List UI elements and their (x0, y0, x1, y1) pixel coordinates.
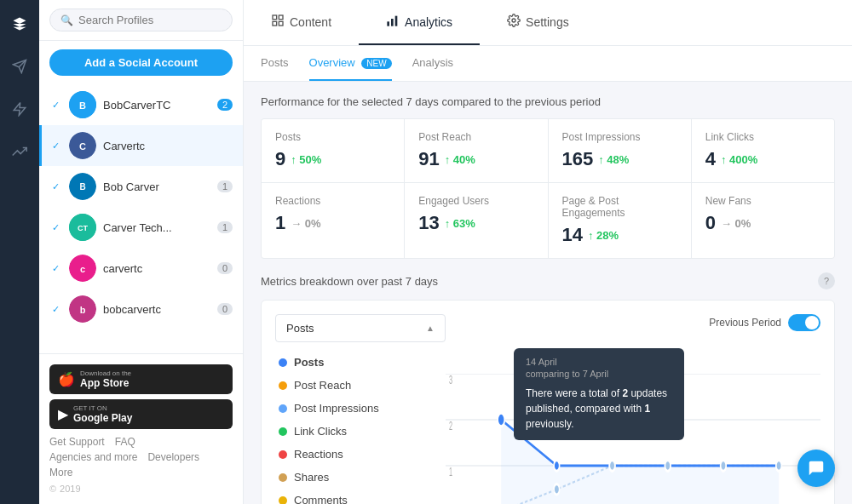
sub-tab-posts[interactable]: Posts (261, 46, 289, 81)
profile-badge (222, 145, 233, 146)
profile-name: BobCarverTC (103, 99, 210, 112)
data-point-prev (609, 461, 615, 471)
stat-change: → 0% (721, 217, 751, 230)
data-point (554, 461, 560, 471)
gear-icon (507, 14, 521, 30)
app-store-button[interactable]: 🍎 Download on the App Store (49, 364, 233, 394)
stat-label: Post Reach (418, 131, 533, 143)
stat-label: Link Clicks (705, 131, 820, 143)
profile-badge: 0 (217, 303, 233, 315)
data-point (498, 413, 504, 426)
search-box[interactable]: 🔍 (49, 9, 233, 32)
more-link[interactable]: More (49, 467, 72, 478)
stat-label: Reactions (275, 195, 390, 207)
lightning-icon[interactable] (6, 95, 33, 123)
svg-point-21 (512, 19, 515, 22)
get-support-link[interactable]: Get Support (49, 436, 105, 448)
layers-icon[interactable] (6, 10, 33, 37)
app-store-small-text: Download on the (80, 369, 131, 377)
stat-card-link-clicks: Link Clicks 4 ↑ 400% (692, 119, 834, 182)
stat-number: 9 (275, 148, 285, 170)
toggle-knob (805, 316, 819, 329)
faq-link[interactable]: FAQ (115, 436, 135, 448)
metric-option-label: Link Clicks (294, 425, 347, 438)
profile-badge: 2 (217, 99, 233, 111)
top-navigation: Content Analytics Settings (244, 0, 852, 46)
metrics-card: Posts ▲ Posts Post Reach (261, 300, 835, 504)
help-icon[interactable]: ? (818, 272, 835, 289)
stat-card-engaged-users: Engaged Users 13 ↑ 63% (405, 183, 547, 258)
metric-option-posts[interactable]: Posts (275, 351, 446, 374)
toggle-switch[interactable] (788, 314, 820, 331)
stat-number: 165 (562, 148, 594, 170)
check-icon: ✓ (52, 140, 62, 152)
svg-text:1: 1 (449, 466, 452, 478)
metric-option-label: Comments (294, 494, 348, 504)
main-content: Content Analytics Settings Posts Overvie… (244, 0, 852, 504)
dropdown-label: Posts (286, 322, 314, 335)
profile-item[interactable]: ✓ B BobCarverTC 2 (39, 84, 243, 125)
metric-option-comments[interactable]: Comments (275, 489, 446, 504)
metric-option-label: Shares (294, 471, 329, 484)
data-point-prev (776, 461, 782, 471)
profile-item[interactable]: ✓ C Carvertc (39, 125, 243, 166)
stat-card-new-fans: New Fans 0 → 0% (692, 183, 834, 258)
search-input[interactable] (78, 14, 222, 26)
sub-tab-analysis[interactable]: Analysis (412, 46, 453, 81)
stat-number: 4 (705, 148, 716, 170)
metrics-dropdown[interactable]: Posts ▲ (275, 314, 446, 342)
check-icon: ✓ (52, 181, 62, 192)
tab-settings[interactable]: Settings (480, 0, 596, 45)
trend-icon[interactable] (6, 138, 33, 165)
svg-rect-19 (391, 19, 394, 26)
add-social-account-button[interactable]: Add a Social Account (49, 49, 233, 76)
paper-plane-icon[interactable] (6, 53, 33, 80)
metric-option-reactions[interactable]: Reactions (275, 443, 446, 466)
google-play-button[interactable]: ▶ GET IT ON Google Play (49, 399, 233, 429)
chat-button[interactable] (797, 450, 835, 487)
previous-period-label: Previous Period (709, 317, 781, 329)
stat-change: ↑ 48% (598, 153, 629, 166)
tab-content-label: Content (290, 15, 331, 29)
metric-dot (279, 427, 287, 436)
data-point-prev (554, 484, 560, 495)
stat-label: Engaged Users (418, 195, 533, 207)
stat-value: 91 ↑ 40% (418, 148, 533, 170)
stat-change: ↑ 40% (445, 153, 475, 166)
svg-text:B: B (79, 100, 86, 111)
agencies-link[interactable]: Agencies and more (49, 451, 137, 463)
check-icon: ✓ (52, 263, 62, 274)
new-badge: NEW (361, 58, 391, 69)
tooltip-highlight-1: 2 (622, 387, 628, 399)
tab-content[interactable]: Content (244, 0, 359, 45)
avatar: B (69, 173, 96, 200)
avatar: c (69, 255, 96, 282)
metric-option-label: Post Reach (294, 379, 351, 392)
chart-tooltip: 14 April comparing to 7 April There were… (514, 348, 684, 440)
stat-value: 14 ↑ 28% (562, 224, 677, 246)
metric-option-post-reach[interactable]: Post Reach (275, 374, 446, 397)
metric-option-link-clicks[interactable]: Link Clicks (275, 420, 446, 443)
profile-item[interactable]: ✓ B Bob Carver 1 (39, 166, 243, 207)
stat-card-page-post-engagements: Page & Post Engagements 14 ↑ 28% (549, 183, 691, 258)
stat-number: 0 (705, 212, 716, 234)
metric-option-post-impressions[interactable]: Post Impressions (275, 397, 446, 420)
tab-analytics-label: Analytics (405, 15, 452, 29)
profile-item[interactable]: ✓ c carvertc 0 (39, 248, 243, 289)
stat-number: 1 (275, 212, 285, 234)
metrics-title: Metrics breakdown over past 7 days (261, 275, 438, 288)
google-play-label: Google Play (73, 412, 132, 424)
sub-tab-overview[interactable]: Overview NEW (309, 46, 392, 81)
check-icon: ✓ (52, 100, 62, 111)
developers-link[interactable]: Developers (147, 451, 199, 463)
metric-option-shares[interactable]: Shares (275, 466, 446, 489)
metric-dot (279, 404, 287, 413)
profile-badge: 1 (217, 180, 233, 192)
profile-item[interactable]: ✓ b bobcarvertc 0 (39, 289, 243, 329)
profile-name: carvertc (103, 262, 210, 275)
profile-item[interactable]: ✓ CT Carver Tech... 1 (39, 207, 243, 248)
copyright: © 2019 (49, 484, 233, 494)
tab-analytics[interactable]: Analytics (359, 0, 480, 45)
left-navigation (0, 0, 39, 504)
stat-number: 13 (418, 212, 439, 234)
